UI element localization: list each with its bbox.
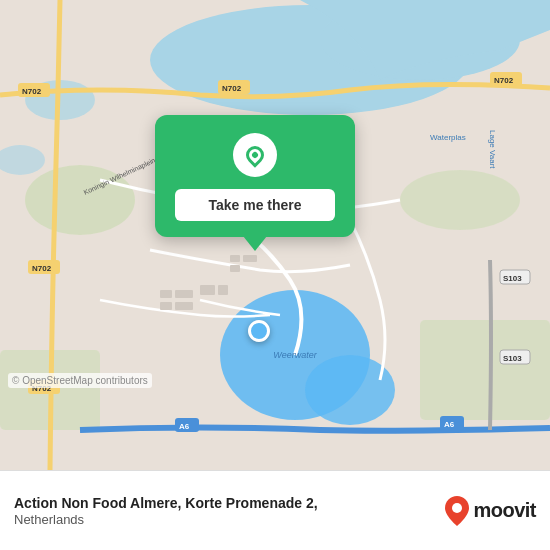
svg-point-8 (400, 170, 520, 230)
svg-rect-34 (175, 290, 193, 298)
copyright-text: © OpenStreetMap contributors (8, 373, 152, 388)
svg-text:N702: N702 (494, 76, 514, 85)
svg-text:N702: N702 (32, 264, 52, 273)
svg-rect-33 (160, 290, 172, 298)
location-info: Action Non Food Almere, Korte Promenade … (14, 494, 433, 527)
location-name: Action Non Food Almere, Korte Promenade … (14, 494, 433, 512)
svg-text:A6: A6 (444, 420, 455, 429)
svg-text:Weerwater: Weerwater (273, 350, 317, 360)
bottom-bar: Action Non Food Almere, Korte Promenade … (0, 470, 550, 550)
svg-text:N702: N702 (22, 87, 42, 96)
popup-card: Take me there (155, 115, 355, 237)
location-dot (248, 320, 270, 342)
svg-rect-38 (218, 285, 228, 295)
take-me-there-button[interactable]: Take me there (175, 189, 335, 221)
svg-text:S103: S103 (503, 354, 522, 363)
moovit-pin-icon (445, 496, 469, 526)
location-country: Netherlands (14, 512, 433, 527)
svg-rect-36 (175, 302, 193, 310)
location-pin-icon (242, 142, 267, 167)
moovit-logo: moovit (445, 496, 536, 526)
svg-rect-41 (230, 265, 240, 272)
svg-rect-39 (230, 255, 240, 262)
pin-icon-container (233, 133, 277, 177)
svg-rect-37 (200, 285, 215, 295)
svg-rect-35 (160, 302, 172, 310)
svg-point-42 (452, 503, 462, 513)
svg-text:N702: N702 (222, 84, 242, 93)
moovit-logo-text: moovit (473, 499, 536, 522)
map-container: N702 N702 N702 N702 N702 A6 A6 S103 S103… (0, 0, 550, 470)
svg-rect-10 (420, 320, 550, 420)
svg-rect-40 (243, 255, 257, 262)
svg-text:Waterplas: Waterplas (430, 133, 466, 142)
svg-text:Lage Vaart: Lage Vaart (488, 130, 497, 169)
svg-text:A6: A6 (179, 422, 190, 431)
svg-text:S103: S103 (503, 274, 522, 283)
